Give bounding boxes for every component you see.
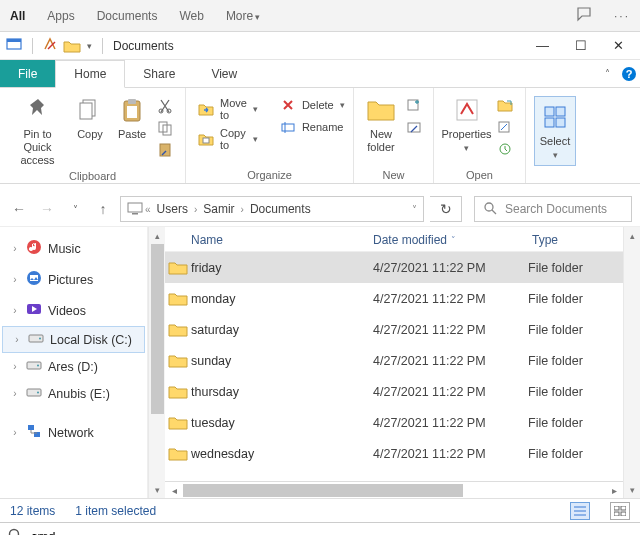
filter-more[interactable]: More — [226, 9, 260, 23]
new-item-icon[interactable] — [406, 98, 422, 114]
search-command-bar[interactable] — [0, 522, 640, 535]
large-icons-view-button[interactable] — [610, 502, 630, 520]
command-input[interactable] — [31, 529, 632, 535]
new-folder-button[interactable]: New folder — [362, 92, 400, 156]
help-icon[interactable]: ? — [618, 60, 640, 87]
back-button[interactable]: ← — [8, 198, 30, 220]
search-icon — [483, 201, 497, 218]
column-type[interactable]: Type — [528, 233, 623, 247]
svg-point-39 — [37, 392, 39, 394]
sidebar-item-music[interactable]: ›Music — [0, 233, 147, 264]
table-row[interactable]: wednesday4/27/2021 11:22 PMFile folder — [165, 438, 623, 469]
tab-share[interactable]: Share — [125, 60, 193, 87]
copy-to-button[interactable]: Copy to▾ — [194, 126, 262, 152]
svg-rect-48 — [621, 512, 626, 516]
details-view-button[interactable] — [570, 502, 590, 520]
paste-button[interactable]: Paste — [113, 92, 151, 143]
horizontal-scrollbar[interactable]: ◂▸ — [165, 481, 623, 498]
pin-to-quick-access-button[interactable]: Pin to Quick access — [8, 92, 67, 170]
sidebar-item-network[interactable]: ›Network — [0, 417, 147, 448]
move-to-button[interactable]: Move to▾ — [194, 96, 262, 122]
table-row[interactable]: friday4/27/2021 11:22 PMFile folder — [165, 252, 623, 283]
address-dropdown-icon[interactable]: ˅ — [412, 204, 417, 215]
collapse-ribbon-icon[interactable]: ˄ — [596, 60, 618, 87]
copy-button[interactable]: Copy — [71, 92, 109, 143]
copy-to-icon — [198, 131, 214, 147]
column-headers: Name Date modified˅ Type — [165, 227, 623, 252]
maximize-button[interactable]: ☐ — [575, 38, 587, 53]
search-placeholder: Search Documents — [505, 202, 607, 216]
delete-icon — [280, 97, 296, 113]
table-row[interactable]: tuesday4/27/2021 11:22 PMFile folder — [165, 407, 623, 438]
up-button[interactable]: ↑ — [92, 198, 114, 220]
rename-button[interactable]: Rename — [276, 118, 349, 136]
group-organize-label: Organize — [186, 169, 353, 183]
qat-dropdown-icon[interactable]: ▾ — [87, 41, 92, 51]
filter-all[interactable]: All — [10, 9, 25, 23]
refresh-button[interactable]: ↻ — [430, 196, 462, 222]
sidebar-item-anubis-e[interactable]: ›Anubis (E:) — [0, 380, 147, 407]
select-icon — [539, 101, 571, 133]
qat-folder-icon[interactable] — [63, 38, 81, 53]
filelist-scrollbar[interactable]: ▴ ▾ — [623, 227, 640, 498]
navigation-pane[interactable]: ›Music ›Pictures ›Videos ›Local Disk (C:… — [0, 227, 148, 498]
recent-locations-button[interactable]: ˅ — [64, 198, 86, 220]
svg-rect-25 — [556, 118, 565, 127]
more-options-icon[interactable]: ··· — [614, 9, 630, 23]
svg-rect-26 — [128, 203, 142, 212]
sidebar-scrollbar[interactable]: ▴ ▾ — [148, 227, 165, 498]
paste-shortcut-icon[interactable] — [157, 142, 173, 158]
explorer-icon — [6, 36, 22, 55]
file-list[interactable]: friday4/27/2021 11:22 PMFile folder mond… — [165, 252, 623, 481]
folder-icon — [165, 446, 191, 462]
new-folder-icon — [365, 94, 397, 126]
svg-point-28 — [485, 203, 493, 211]
easy-access-icon[interactable] — [406, 120, 422, 136]
edit-icon[interactable] — [497, 120, 513, 136]
search-box[interactable]: Search Documents — [474, 196, 632, 222]
network-icon — [26, 423, 42, 442]
crumb-documents[interactable]: Documents — [246, 202, 315, 216]
table-row[interactable]: monday4/27/2021 11:22 PMFile folder — [165, 283, 623, 314]
close-button[interactable]: ✕ — [613, 38, 624, 53]
pin-icon — [22, 94, 54, 126]
filter-apps[interactable]: Apps — [47, 9, 74, 23]
column-name[interactable]: Name — [165, 233, 373, 247]
forward-button[interactable]: → — [36, 198, 58, 220]
windows-search-filter-bar: All Apps Documents Web More ··· — [0, 0, 640, 32]
history-icon[interactable] — [497, 142, 513, 158]
filter-documents[interactable]: Documents — [97, 9, 158, 23]
crumb-users[interactable]: Users — [153, 202, 192, 216]
group-open-label: Open — [434, 169, 525, 183]
ribbon-tabs: File Home Share View ˄ ? — [0, 60, 640, 88]
open-icon[interactable] — [497, 98, 513, 114]
filter-web[interactable]: Web — [179, 9, 203, 23]
address-bar[interactable]: « Users › Samir › Documents ˅ — [120, 196, 424, 222]
minimize-button[interactable]: — — [536, 38, 549, 53]
folder-icon — [165, 260, 191, 276]
table-row[interactable]: sunday4/27/2021 11:22 PMFile folder — [165, 345, 623, 376]
sidebar-item-pictures[interactable]: ›Pictures — [0, 264, 147, 295]
select-button[interactable]: Select ▾ — [534, 96, 576, 166]
properties-button[interactable]: Properties ▾ — [442, 92, 491, 156]
cut-icon[interactable] — [157, 98, 173, 114]
svg-rect-23 — [556, 107, 565, 116]
column-date-modified[interactable]: Date modified˅ — [373, 233, 528, 247]
tab-file[interactable]: File — [0, 60, 55, 87]
sidebar-item-local-disk-c[interactable]: ›Local Disk (C:) — [2, 326, 145, 353]
table-row[interactable]: saturday4/27/2021 11:22 PMFile folder — [165, 314, 623, 345]
tab-home[interactable]: Home — [55, 60, 125, 88]
table-row[interactable]: thursday4/27/2021 11:22 PMFile folder — [165, 376, 623, 407]
sidebar-item-ares-d[interactable]: ›Ares (D:) — [0, 353, 147, 380]
folder-icon — [165, 415, 191, 431]
svg-rect-32 — [30, 275, 38, 281]
copy-path-icon[interactable] — [157, 120, 173, 136]
qat-properties-icon[interactable] — [43, 37, 57, 54]
delete-button[interactable]: Delete▾ — [276, 96, 349, 114]
music-icon — [26, 239, 42, 258]
sidebar-item-videos[interactable]: ›Videos — [0, 295, 147, 326]
crumb-samir[interactable]: Samir — [199, 202, 238, 216]
svg-rect-45 — [614, 506, 619, 510]
tab-view[interactable]: View — [193, 60, 255, 87]
feedback-icon[interactable] — [576, 6, 592, 25]
